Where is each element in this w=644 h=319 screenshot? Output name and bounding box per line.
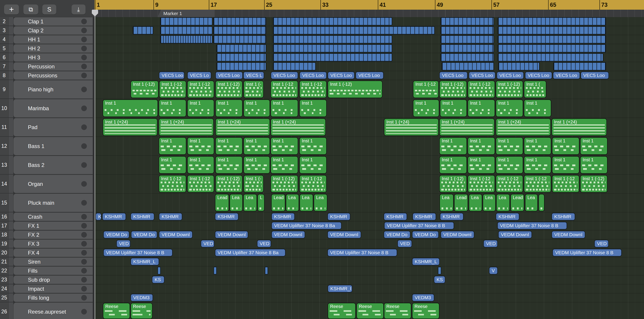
- clip-region-label[interactable]: KS: [152, 276, 164, 284]
- track-lane[interactable]: VEC5 LooVEC5 LoVEC5 LooVEC5 LVEC5 LooVEC…: [94, 71, 644, 80]
- track-onoff-dot[interactable]: [81, 181, 87, 187]
- track-onoff-dot[interactable]: [81, 268, 87, 274]
- audio-loop-region[interactable]: [273, 53, 392, 62]
- small-clip-region[interactable]: [438, 267, 441, 274]
- clip-region-label[interactable]: VEDM Do: [131, 231, 157, 238]
- midi-region[interactable]: Lea: [483, 194, 496, 212]
- small-clip-region[interactable]: [265, 267, 268, 274]
- audio-loop-region[interactable]: [273, 62, 316, 70]
- track-lane[interactable]: VEDM3VEDM3: [94, 293, 644, 302]
- track-header-card[interactable]: Fills long: [14, 294, 93, 302]
- midi-region[interactable]: Inst 1 (-12: [159, 80, 186, 98]
- audio-loop-region[interactable]: [216, 62, 266, 70]
- midi-region[interactable]: Reese: [103, 303, 130, 319]
- track-lane[interactable]: VEDM DoVEDM DoVEDM DownlVEDM DownlVEDM D…: [94, 230, 644, 239]
- audio-loop-region[interactable]: [160, 35, 212, 44]
- midi-region[interactable]: Inst 1 (-12): [270, 175, 298, 192]
- track-onoff-dot[interactable]: [81, 286, 87, 292]
- clip-region-label[interactable]: VEDM3: [130, 294, 153, 302]
- clip-region-label[interactable]: VEDM Downl: [159, 231, 192, 238]
- track-header[interactable]: 6HH 3: [0, 53, 94, 62]
- midi-region[interactable]: Inst 1: [270, 137, 298, 155]
- clip-region-label[interactable]: VEC5 Loo: [496, 72, 524, 79]
- track-header-card[interactable]: FX 2: [14, 230, 93, 239]
- marker-flag[interactable]: Marker 1: [158, 10, 215, 17]
- clip-region-label[interactable]: VED: [257, 240, 271, 248]
- clip-region-label[interactable]: KSHMR: [130, 213, 154, 220]
- track-onoff-dot[interactable]: [81, 250, 87, 256]
- clip-region-label[interactable]: VED: [116, 240, 130, 248]
- midi-region[interactable]: Lea: [300, 194, 313, 212]
- track-lane[interactable]: KSKS: [94, 275, 644, 284]
- clip-region-label[interactable]: KSHMR: [102, 213, 126, 220]
- midi-region[interactable]: Inst 1 (+24): [102, 118, 158, 136]
- midi-region[interactable]: Inst 1: [524, 137, 551, 155]
- midi-region[interactable]: Inst 1 (+24): [496, 118, 551, 136]
- track-lane[interactable]: Inst 1Inst 1Inst 1Inst 1Inst 1Inst 1Inst…: [94, 156, 644, 174]
- midi-region[interactable]: Inst 1 (+24): [215, 118, 270, 136]
- midi-region[interactable]: Inst 1: [244, 137, 270, 155]
- clip-region-label[interactable]: VEDM Do: [384, 231, 410, 238]
- audio-loop-region[interactable]: [440, 44, 494, 52]
- midi-region[interactable]: [538, 194, 544, 212]
- track-onoff-dot[interactable]: [81, 64, 87, 69]
- track-header[interactable]: 12Bass 1: [0, 137, 94, 156]
- track-lane[interactable]: LeadLeaLeaLLeadLeaLeaLeaLeaLeadLeaLeaLea…: [94, 194, 644, 212]
- track-header-card[interactable]: Percussions: [14, 71, 93, 80]
- track-lane[interactable]: [94, 17, 644, 26]
- track-lane[interactable]: [94, 53, 644, 62]
- track-lane[interactable]: KKSHMRKSHMRKSHMRKSHMRKSHMRKSHMRKSHMRKSHM…: [94, 212, 644, 221]
- track-onoff-dot[interactable]: [81, 223, 87, 228]
- track-lane[interactable]: ReeseReeseReeseReeseReeseReese: [94, 302, 644, 319]
- track-header[interactable]: 14Organ: [0, 174, 94, 194]
- track-header-card[interactable]: Impact: [14, 284, 93, 293]
- midi-region[interactable]: Inst 1 (-12): [439, 175, 467, 192]
- track-header-card[interactable]: Clap 1: [14, 17, 93, 26]
- clip-region-label[interactable]: KSHMR: [440, 213, 464, 220]
- midi-region[interactable]: Inst 1 (-12: [187, 80, 214, 98]
- audio-loop-region[interactable]: [440, 26, 494, 34]
- clip-region-label[interactable]: VED: [594, 240, 609, 248]
- track-header[interactable]: 15Pluck main: [0, 194, 94, 212]
- clip-region-label[interactable]: VEDM Uplifter 37 Noise 8 B: [103, 249, 172, 256]
- midi-region[interactable]: Inst 1: [552, 156, 580, 174]
- marker-strip[interactable]: Marker 1: [94, 10, 644, 17]
- midi-region[interactable]: Inst 1 (-12): [130, 80, 159, 98]
- midi-region[interactable]: Lea: [314, 194, 328, 212]
- midi-region[interactable]: Inst 1: [439, 137, 467, 155]
- midi-region[interactable]: Inst 1 (-12: [187, 175, 214, 192]
- midi-region[interactable]: Inst 1: [524, 100, 551, 117]
- midi-region[interactable]: Inst 1: [215, 156, 242, 174]
- track-onoff-dot[interactable]: [81, 259, 87, 264]
- midi-region[interactable]: Inst 1 (-12): [328, 80, 382, 98]
- midi-region[interactable]: Lea: [286, 194, 299, 212]
- track-header[interactable]: 17FX 1: [0, 221, 94, 230]
- catch-playhead-button[interactable]: ⤓: [72, 4, 86, 14]
- solo-button[interactable]: S: [42, 4, 56, 14]
- midi-region[interactable]: Inst 1 (-12: [270, 80, 298, 98]
- audio-loop-region[interactable]: [273, 44, 392, 52]
- midi-region[interactable]: Inst 1: [496, 156, 523, 174]
- midi-region[interactable]: Inst 1: [580, 137, 608, 155]
- track-onoff-dot[interactable]: [81, 37, 87, 42]
- track-header-card[interactable]: Percussion: [14, 62, 93, 71]
- audio-loop-region[interactable]: [498, 26, 606, 34]
- track-header[interactable]: 13Bass 2: [0, 156, 94, 174]
- midi-region[interactable]: Inst 1: [187, 156, 214, 174]
- audio-loop-region[interactable]: [213, 26, 266, 34]
- clip-region-label[interactable]: V: [489, 267, 498, 274]
- clip-region-label[interactable]: VEDM Do: [412, 231, 439, 238]
- midi-region[interactable]: Inst 1 (-12: [159, 175, 186, 192]
- track-header[interactable]: 5HH 2: [0, 44, 94, 53]
- clip-region-label[interactable]: VEC5 Loo: [553, 72, 580, 79]
- track-onoff-dot[interactable]: [81, 106, 87, 111]
- midi-region[interactable]: Lead: [510, 194, 524, 212]
- track-header-card[interactable]: Piano high: [14, 80, 93, 98]
- midi-region[interactable]: Inst 1 (: [524, 80, 546, 98]
- audio-loop-region[interactable]: [440, 17, 494, 26]
- clip-region-label[interactable]: VEDM Downl: [271, 231, 305, 238]
- track-onoff-dot[interactable]: [81, 55, 87, 60]
- audio-loop-region[interactable]: [160, 17, 212, 26]
- midi-region[interactable]: Inst 1: [299, 100, 327, 117]
- clip-region-label[interactable]: VEDM Uplifter 37 Noise 8 B: [328, 249, 397, 256]
